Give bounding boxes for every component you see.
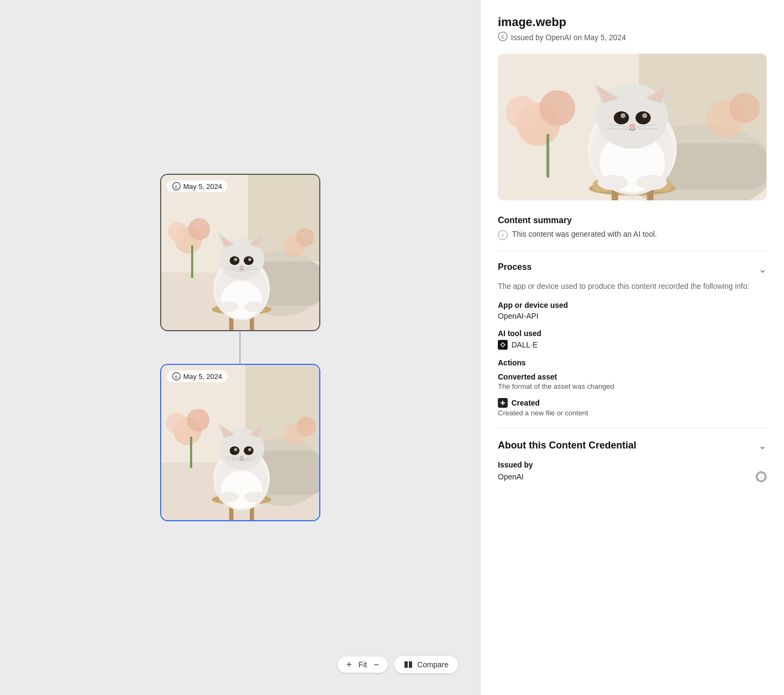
top-date-badge: c May 5, 2024 (167, 180, 228, 192)
svg-point-6 (188, 218, 210, 240)
action-created-name: Created (498, 398, 767, 408)
app-device-value: OpenAI-API (498, 312, 767, 320)
svg-point-42 (187, 409, 210, 432)
process-section-header[interactable]: Process ⌄ (498, 262, 767, 276)
svg-point-103 (629, 124, 636, 129)
svg-text:c: c (501, 34, 504, 40)
about-title: About this Content Credential (498, 439, 636, 452)
bottom-controls: + Fit − Compare (338, 656, 458, 673)
svg-text:i: i (761, 475, 762, 480)
svg-point-109 (637, 175, 667, 190)
right-panel: image.webp c Issued by OpenAI on May 5, … (480, 0, 784, 695)
svg-point-32 (219, 301, 239, 312)
ai-tool-value: DALL·E (511, 340, 538, 349)
app-device-block: App or device used OpenAI-API (498, 301, 767, 320)
actions-block: Actions Converted asset The format of th… (498, 358, 767, 417)
svg-point-63 (239, 456, 244, 459)
bottom-image-card[interactable]: c May 5, 2024 (160, 364, 320, 521)
bottom-date-badge: c May 5, 2024 (167, 370, 228, 382)
process-section: Process ⌄ The app or device used to prod… (498, 262, 767, 417)
process-label: Process (498, 262, 532, 272)
content-summary-row: i This content was generated with an AI … (498, 230, 767, 240)
about-chevron-icon: ⌄ (758, 440, 767, 452)
cr-issuer-icon: c (498, 31, 508, 43)
content-summary-label: Content summary (498, 216, 767, 225)
top-date-text: May 5, 2024 (184, 182, 223, 191)
svg-point-26 (248, 258, 251, 261)
svg-line-105 (608, 129, 628, 129)
issuer-text: Issued by OpenAI on May 5, 2024 (511, 33, 626, 42)
process-chevron-icon: ⌄ (758, 263, 767, 275)
svg-text:c: c (175, 184, 178, 189)
svg-point-43 (166, 413, 187, 433)
svg-point-68 (219, 491, 239, 502)
svg-rect-8 (191, 245, 193, 278)
svg-point-27 (239, 266, 244, 269)
dalle-icon (498, 340, 508, 350)
panel-preview-image (498, 54, 767, 200)
about-section: About this Content Credential ⌄ Issued b… (498, 439, 767, 482)
svg-point-82 (540, 90, 576, 126)
created-icon (498, 398, 508, 408)
svg-rect-72 (404, 661, 408, 668)
cr-logo-bottom-icon: c (172, 372, 181, 381)
svg-rect-73 (409, 661, 412, 668)
svg-point-102 (642, 113, 647, 118)
svg-rect-44 (190, 437, 192, 468)
svg-point-61 (234, 448, 237, 451)
svg-rect-113 (502, 401, 503, 405)
zoom-in-button[interactable]: + (345, 660, 353, 669)
svg-point-46 (296, 416, 316, 436)
action-created-label: Created (511, 399, 540, 407)
svg-point-7 (168, 222, 187, 242)
bottom-image (161, 365, 319, 520)
svg-point-53 (221, 471, 262, 509)
ai-tool-label: AI tool used (498, 329, 767, 338)
svg-point-100 (636, 111, 651, 124)
app-device-label: App or device used (498, 301, 767, 309)
svg-rect-110 (499, 341, 507, 349)
openai-info-icon[interactable]: i (756, 471, 767, 482)
bottom-date-text: May 5, 2024 (184, 372, 223, 381)
action-created-desc: Created a new file or content (498, 409, 767, 417)
svg-point-101 (621, 113, 625, 118)
issued-by-row: OpenAI i (498, 471, 767, 482)
svg-point-86 (730, 93, 760, 123)
svg-text:c: c (175, 374, 178, 380)
top-image (161, 175, 319, 330)
action-converted: Converted asset The format of the asset … (498, 372, 767, 390)
svg-point-69 (244, 491, 264, 502)
fit-label[interactable]: Fit (358, 660, 367, 669)
svg-point-10 (296, 228, 314, 247)
ai-tool-block: AI tool used DALL·E (498, 329, 767, 350)
actions-label: Actions (498, 358, 767, 367)
action-created: Created Created a new file or content (498, 398, 767, 417)
issued-by-value: OpenAI (498, 472, 523, 481)
connector-line (239, 331, 241, 364)
action-converted-label: Converted asset (498, 372, 557, 381)
svg-point-25 (234, 258, 237, 261)
about-section-header[interactable]: About this Content Credential ⌄ (498, 439, 767, 452)
divider-2 (498, 428, 767, 428)
svg-rect-84 (547, 134, 549, 178)
process-description: The app or device used to produce this c… (498, 281, 767, 292)
panel-title: image.webp (498, 15, 767, 29)
svg-point-108 (598, 175, 628, 190)
canvas-content: c May 5, 2024 (160, 174, 320, 521)
divider-1 (498, 251, 767, 251)
issued-by-block: Issued by OpenAI i (498, 460, 767, 482)
content-summary-text: This content was generated with an AI to… (512, 230, 657, 238)
top-image-card[interactable]: c May 5, 2024 (160, 174, 320, 331)
fit-controls: + Fit − (338, 656, 388, 673)
action-converted-name: Converted asset (498, 372, 767, 381)
svg-point-83 (506, 96, 539, 129)
action-converted-desc: The format of the asset was changed (498, 382, 767, 390)
panel-issuer: c Issued by OpenAI on May 5, 2024 (498, 31, 767, 43)
compare-icon (404, 660, 413, 669)
content-summary-section: Content summary i This content was gener… (498, 216, 767, 240)
svg-point-62 (248, 448, 251, 451)
cr-logo-small-icon: c (172, 182, 181, 191)
zoom-out-button[interactable]: − (372, 660, 381, 669)
compare-label: Compare (417, 660, 448, 669)
compare-button[interactable]: Compare (394, 656, 458, 673)
